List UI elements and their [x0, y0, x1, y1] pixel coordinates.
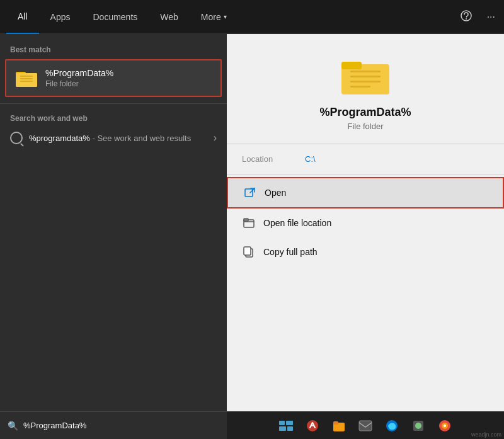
search-web-text: %programdata% - See work and web results — [29, 134, 191, 143]
chevron-down-icon: ▾ — [224, 13, 227, 20]
actions-divider — [227, 174, 504, 174]
taskbar-right — [227, 411, 504, 439]
svg-rect-20 — [279, 421, 285, 425]
tab-all-label: All — [18, 11, 28, 21]
svg-rect-28 — [359, 421, 372, 431]
taskbar-mail[interactable] — [355, 416, 375, 436]
svg-rect-13 — [350, 86, 370, 88]
taskbar-cortana[interactable] — [302, 416, 323, 436]
svg-point-34 — [444, 425, 446, 427]
tab-all[interactable]: All — [6, 0, 39, 34]
divider — [0, 103, 227, 104]
svg-rect-7 — [20, 81, 33, 82]
taskbar-edge[interactable] — [382, 416, 402, 436]
taskbar-search-icon: 🔍 — [8, 421, 18, 431]
best-match-label: Best match — [0, 42, 227, 59]
svg-rect-5 — [20, 76, 33, 77]
search-icon — [10, 132, 23, 144]
best-match-subtitle: File folder — [45, 79, 113, 88]
svg-rect-9 — [341, 62, 362, 69]
svg-rect-21 — [286, 421, 293, 425]
svg-rect-14 — [245, 189, 253, 197]
taskbar-task-view[interactable] — [276, 416, 296, 436]
action-copy-full-path-label: Copy full path — [263, 247, 318, 257]
chevron-right-icon: › — [214, 132, 217, 144]
taskbar-search-text: %ProgramData% — [23, 421, 86, 430]
result-divider — [227, 144, 504, 144]
svg-rect-4 — [16, 73, 37, 87]
search-web-item[interactable]: %programdata% - See work and web results… — [10, 127, 217, 149]
open-file-location-icon — [242, 216, 256, 230]
search-web-label: Search work and web — [10, 114, 217, 123]
tab-documents-label: Documents — [93, 12, 137, 22]
location-label: Location — [242, 154, 305, 164]
result-folder-icon — [340, 53, 391, 97]
copy-icon — [242, 245, 256, 259]
taskbar-file-explorer[interactable] — [329, 416, 349, 436]
action-open-file-location-label: Open file location — [263, 218, 331, 228]
svg-point-31 — [415, 423, 421, 429]
tab-web-label: Web — [160, 12, 178, 22]
more-options-icon[interactable]: ··· — [484, 9, 498, 25]
tab-more-label: More — [201, 12, 221, 22]
taskbar: 🔍 %ProgramData% — [0, 411, 504, 439]
open-icon — [243, 186, 257, 200]
right-panel: %ProgramData% File folder Location C:\ O… — [227, 34, 504, 411]
search-web-section: Search work and web %programdata% - See … — [0, 110, 227, 154]
action-copy-full-path[interactable]: Copy full path — [227, 237, 504, 266]
tab-apps[interactable]: Apps — [39, 0, 82, 34]
best-match-item[interactable]: %ProgramData% File folder — [5, 59, 222, 97]
taskbar-search[interactable]: 🔍 %ProgramData% — [0, 411, 227, 439]
top-nav: All Apps Documents Web More ▾ ··· — [0, 0, 504, 34]
action-open-file-location[interactable]: Open file location — [227, 208, 504, 237]
location-value[interactable]: C:\ — [305, 154, 316, 164]
watermark: weadjn.com — [469, 430, 504, 439]
svg-rect-23 — [287, 426, 293, 431]
tab-web[interactable]: Web — [149, 0, 190, 34]
taskbar-firefox[interactable] — [435, 416, 455, 436]
best-match-title: %ProgramData% — [45, 68, 113, 78]
tab-apps-label: Apps — [50, 12, 71, 22]
action-open[interactable]: Open — [227, 177, 504, 208]
result-title: %ProgramData% — [319, 106, 411, 119]
best-match-text: %ProgramData% File folder — [45, 68, 113, 88]
svg-point-1 — [466, 18, 467, 20]
feedback-icon[interactable] — [458, 8, 474, 26]
svg-rect-19 — [244, 247, 251, 255]
svg-rect-27 — [333, 421, 338, 425]
left-panel: Best match %ProgramData% File folder Sea… — [0, 34, 227, 411]
taskbar-paint[interactable] — [408, 416, 428, 436]
svg-rect-12 — [350, 81, 381, 83]
svg-rect-22 — [279, 426, 286, 431]
result-location: Location C:\ — [227, 154, 504, 164]
result-subtitle: File folder — [347, 122, 383, 131]
nav-right-icons: ··· — [458, 8, 498, 26]
svg-rect-11 — [350, 76, 381, 77]
svg-rect-10 — [350, 71, 381, 72]
svg-rect-6 — [20, 78, 33, 79]
main-content: Best match %ProgramData% File folder Sea… — [0, 34, 504, 411]
folder-icon — [15, 67, 38, 89]
tab-more[interactable]: More ▾ — [190, 0, 238, 34]
action-open-label: Open — [265, 188, 286, 198]
tab-documents[interactable]: Documents — [81, 0, 149, 34]
